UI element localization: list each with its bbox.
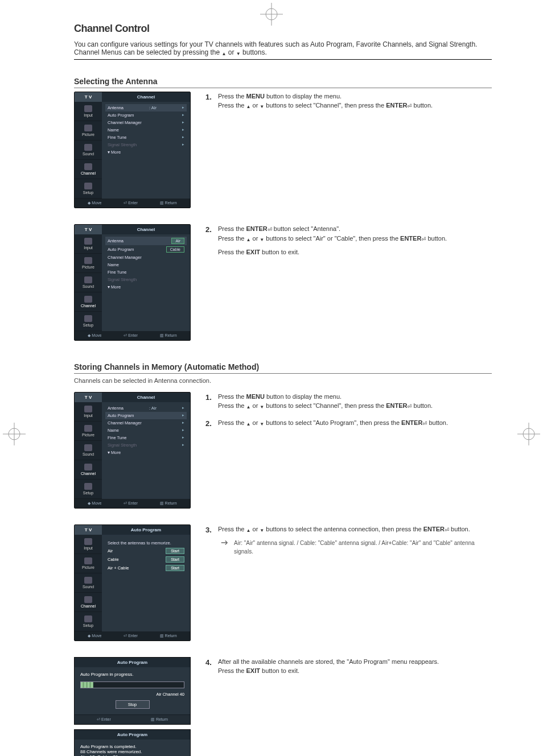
enter-icon — [268, 225, 272, 234]
autoprog-step-4: 4. After all the available channels are … — [205, 657, 492, 676]
subtitle-text-a: You can configure various settings for y… — [74, 40, 477, 56]
osd-side-sound: Sound — [75, 273, 102, 292]
section-title-antenna: Selecting the Antenna — [74, 77, 492, 88]
osd-tv-label: T V — [75, 225, 102, 234]
subtitle-text-b: or — [228, 48, 236, 56]
up-arrow-icon — [222, 49, 227, 57]
osd-channel-menu: T V Channel Input Picture Sound Channel … — [74, 92, 191, 208]
osd-completed: Auto Program Auto Program is completed. … — [74, 729, 191, 756]
osd-row-finetune: Fine Tune — [105, 268, 187, 276]
osd-side-channel: Channel — [75, 292, 102, 312]
osd-row-signal: Signal Strength▸ — [105, 141, 187, 148]
osd-row-finetune: Fine Tune▸ — [105, 134, 187, 141]
osd-dropdown-air: Air — [171, 238, 184, 244]
osd-sidebar: Input Picture Sound Channel Setup — [75, 102, 102, 199]
osd-tv-label: T V — [75, 92, 102, 102]
section-sub-autoprog: Channels can be selected in Antenna conn… — [74, 377, 492, 384]
osd-row-antenna: AntennaAir — [105, 237, 187, 245]
osd-row-autoprog: Auto Program▸ — [105, 111, 187, 119]
osd-select-prompt: Select the antennas to memorize. — [105, 537, 187, 547]
step-number: 2. — [205, 224, 213, 257]
note-text: Air: "Air" antenna signal. / Cable: "Cab… — [234, 539, 492, 556]
osd-side-sound: Sound — [75, 141, 102, 160]
osd-side-picture: Picture — [75, 254, 102, 273]
osd-footer: ◆ Move ⏎ Enter ▥ Return — [75, 199, 190, 208]
step-number: 1. — [205, 92, 213, 111]
progress-bar — [80, 681, 184, 688]
osd-foot-return: ▥ Return — [160, 201, 177, 205]
osd-side-picture: Picture — [75, 121, 102, 141]
subtitle-text-c: buttons. — [242, 48, 267, 56]
osd-memorized-text: 88 Channels were memorized. — [80, 749, 184, 754]
autoprog-step3-row: T V Auto Program Input Picture Sound Cha… — [74, 524, 492, 646]
autoprog-step-2: 2. Press the or buttons to select "Auto … — [205, 418, 492, 429]
osd-prog-text: Auto Program in progress. — [80, 672, 184, 677]
osd-row-chmgr: Channel Manager▸ — [105, 119, 187, 126]
osd-progress: Auto Program Auto Program in progress. A… — [74, 657, 191, 725]
osd-side-setup: Setup — [75, 312, 102, 331]
page-title: Channel Control — [74, 23, 492, 35]
osd-side-input: Input — [75, 234, 102, 254]
osd-foot-move: ◆ Move — [88, 201, 101, 205]
osd-opt-air: AirStart — [105, 547, 187, 555]
osd-row-more: ▾ More — [105, 148, 187, 156]
note-icon — [220, 539, 228, 547]
page-header: Channel Control You can configure variou… — [74, 23, 492, 60]
osd-title: Channel — [102, 225, 190, 234]
autoprog-step-3: 3. Press the or buttons to select the an… — [205, 524, 492, 556]
osd-side-channel: Channel — [75, 160, 102, 179]
osd-sidebar: Input Picture Sound Channel Setup — [75, 234, 102, 331]
enter-icon — [445, 525, 449, 535]
antenna-step1-row: T V Channel Input Picture Sound Channel … — [74, 92, 492, 213]
antenna-step2-row: T V Channel Input Picture Sound Channel … — [74, 224, 492, 345]
osd-stop-button: Stop — [116, 700, 150, 709]
osd-row-more: ▾ More — [105, 283, 187, 291]
step3-note: Air: "Air" antenna signal. / Cable: "Cab… — [220, 539, 492, 556]
osd-complete-text: Auto Program is completed. — [80, 744, 184, 749]
osd-autoprog-select: T V Auto Program Input Picture Sound Cha… — [74, 524, 191, 641]
osd-row-signal: Signal Strength — [105, 276, 187, 283]
osd-row-name: Name — [105, 261, 187, 268]
osd-antenna-dropdown: T V Channel Input Picture Sound Channel … — [74, 224, 191, 341]
autoprog-step-1: 1. Press the MENU button to display the … — [205, 392, 492, 411]
osd-channel-menu-2: T V Channel Input Picture Sound Channel … — [74, 392, 191, 509]
osd-side-setup: Setup — [75, 179, 102, 199]
osd-foot-enter: ⏎ Enter — [124, 201, 138, 205]
osd-opt-cable: CableStart — [105, 555, 187, 564]
antenna-step-1: 1. Press the MENU button to display the … — [205, 92, 492, 111]
page-subtitle: You can configure various settings for y… — [74, 40, 492, 57]
osd-prog-channel: Air Channel 40 — [80, 692, 184, 697]
osd-footer: ◆ Move ⏎ Enter ▥ Return — [75, 331, 190, 340]
osd-opt-both: Air + CableStart — [105, 564, 187, 572]
autoprog-step4-row: Auto Program Auto Program in progress. A… — [74, 657, 492, 756]
osd-dropdown-cable: Cable — [166, 246, 184, 253]
osd-row-name: Name▸ — [105, 126, 187, 134]
osd-side-input: Input — [75, 102, 102, 121]
osd-title: Channel — [102, 92, 190, 102]
osd-row-antenna: Antenna: Air▸ — [105, 104, 187, 111]
antenna-step-2: 2. Press the ENTER button select "Antenn… — [205, 224, 492, 257]
osd-row-chmgr: Channel Manager — [105, 254, 187, 261]
down-arrow-icon — [236, 49, 241, 57]
osd-row-autoprog: Auto ProgramCable — [105, 245, 187, 254]
section-title-autoprog: Storing Channels in Memory (Automatic Me… — [74, 362, 492, 374]
autoprog-step12-row: T V Channel Input Picture Sound Channel … — [74, 392, 492, 513]
